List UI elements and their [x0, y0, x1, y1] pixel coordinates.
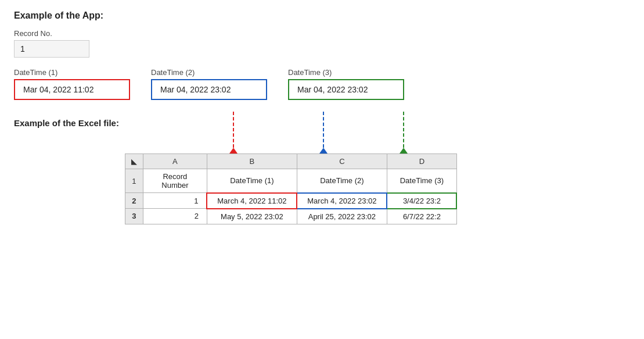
row1-col-a: Record Number — [143, 169, 207, 193]
row2-num: 2 — [125, 193, 143, 209]
row2-col-c: March 4, 2022 23:02 — [297, 193, 387, 209]
green-arrow-unit — [400, 112, 408, 154]
record-input[interactable]: 1 — [14, 40, 89, 58]
arrow-col-d — [369, 112, 438, 154]
col-a-header: A — [143, 154, 207, 169]
datetime-field-3: DateTime (3) Mar 04, 2022 23:02 — [288, 68, 404, 100]
red-arrow-tip — [229, 148, 238, 154]
arrow-col-c — [279, 112, 369, 154]
corner-cell: ◣ — [125, 154, 143, 169]
datetime-box-3[interactable]: Mar 04, 2022 23:02 — [288, 79, 404, 100]
excel-title: Example of the Excel file: — [14, 112, 119, 129]
col-subheader-row: 1 Record Number DateTime (1) DateTime (2… — [125, 169, 456, 193]
datetime-label-1: DateTime (1) — [14, 68, 130, 77]
datetime-label-3: DateTime (3) — [288, 68, 404, 77]
excel-table: ◣ A B C D 1 Record Number DateTime (1) D… — [125, 154, 458, 224]
red-dashed-line — [233, 112, 234, 148]
app-title: Example of the App: — [14, 10, 630, 21]
arrow-col-b — [189, 112, 279, 154]
record-label: Record No. — [14, 29, 630, 38]
row3-col-a: 2 — [143, 209, 207, 224]
datetime-label-2: DateTime (2) — [151, 68, 267, 77]
excel-outer: Example of the Excel file: — [14, 112, 630, 224]
datetime-field-2: DateTime (2) Mar 04, 2022 23:02 — [151, 68, 267, 100]
arrow-spacer — [125, 112, 458, 154]
row3-col-d: 6/7/22 22:2 — [387, 209, 456, 224]
red-arrow-unit — [229, 112, 238, 154]
row2-col-a: 1 — [143, 193, 207, 209]
blue-dashed-line — [323, 112, 324, 148]
datetime-box-1[interactable]: Mar 04, 2022 11:02 — [14, 79, 130, 100]
row3-col-c: April 25, 2022 23:02 — [297, 209, 387, 224]
row1-col-c: DateTime (2) — [297, 169, 387, 193]
excel-table-section: ◣ A B C D 1 Record Number DateTime (1) D… — [125, 154, 458, 224]
green-arrow-tip — [400, 148, 408, 154]
row3-col-b: May 5, 2022 23:02 — [207, 209, 297, 224]
row2-col-d: 3/4/22 23:2 — [387, 193, 456, 209]
green-dashed-line — [403, 112, 404, 148]
datetime-field-1: DateTime (1) Mar 04, 2022 11:02 — [14, 68, 130, 100]
excel-right-content: ◣ A B C D 1 Record Number DateTime (1) D… — [125, 112, 458, 224]
table-row: 2 1 March 4, 2022 11:02 March 4, 2022 23… — [125, 193, 456, 209]
app-example-section: Example of the App: Record No. 1 DateTim… — [14, 10, 630, 100]
col-header-row: ◣ A B C D — [125, 154, 456, 169]
col-b-header: B — [207, 154, 297, 169]
row2-col-b: March 4, 2022 11:02 — [207, 193, 297, 209]
row1-num: 1 — [125, 169, 143, 193]
table-row: 3 2 May 5, 2022 23:02 April 25, 2022 23:… — [125, 209, 456, 224]
col-c-header: C — [297, 154, 387, 169]
blue-arrow-tip — [319, 148, 328, 154]
row1-col-d: DateTime (3) — [387, 169, 456, 193]
row1-col-b: DateTime (1) — [207, 169, 297, 193]
main-layout: Example of the App: Record No. 1 DateTim… — [14, 10, 630, 224]
datetime-box-2[interactable]: Mar 04, 2022 23:02 — [151, 79, 267, 100]
row3-num: 3 — [125, 209, 143, 224]
blue-arrow-unit — [319, 112, 328, 154]
datetime-row: DateTime (1) Mar 04, 2022 11:02 DateTime… — [14, 68, 630, 100]
col-d-header: D — [387, 154, 456, 169]
